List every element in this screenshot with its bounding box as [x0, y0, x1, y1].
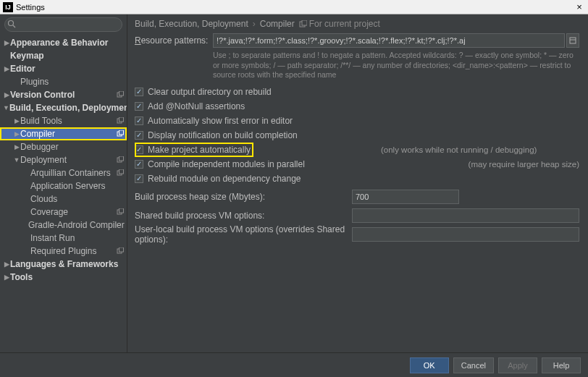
arrow-blank: ▶ [23, 169, 30, 177]
tree-item-label: Clouds [30, 194, 124, 204]
window-title: Settings [16, 3, 574, 12]
svg-rect-17 [119, 247, 124, 252]
chevron-right-icon: ▶ [3, 39, 10, 46]
tree-item-label: Required Plugins [30, 246, 114, 256]
tree-item-plugins[interactable]: ▶Plugins [0, 75, 127, 88]
chevron-right-icon: ▶ [13, 117, 20, 124]
clear-output-label: Clear output directory on rebuild [148, 87, 272, 97]
tree-item-label: Plugins [20, 77, 124, 87]
heap-size-input[interactable] [352, 190, 459, 204]
search-input[interactable] [4, 17, 122, 32]
svg-rect-19 [302, 20, 307, 25]
help-button[interactable]: Help [542, 357, 581, 373]
dialog-footer: OK Cancel Apply Help [0, 352, 588, 377]
tree-item-debugger[interactable]: ▶Debugger [0, 140, 127, 153]
svg-rect-5 [119, 117, 124, 122]
tree-item-coverage[interactable]: ▶Coverage [0, 206, 127, 219]
shared-vm-input[interactable] [352, 208, 579, 223]
display-notification-checkbox[interactable]: ✓ Display notification on build completi… [135, 128, 579, 143]
svg-rect-7 [119, 130, 124, 135]
user-vm-input[interactable] [352, 227, 579, 242]
chevron-down-icon: ▼ [13, 156, 20, 164]
resource-patterns-input[interactable] [213, 33, 565, 48]
arrow-blank: ▶ [23, 208, 30, 216]
tree-item-deployment[interactable]: ▼Deployment [0, 153, 127, 166]
breadcrumb-current: Compiler [260, 19, 295, 29]
tree-item-label: Version Control [10, 90, 114, 100]
checkbox-icon: ✓ [135, 117, 143, 125]
checkbox-icon: ✓ [135, 160, 143, 169]
tree-item-label: Build, Execution, Deployment [9, 103, 127, 113]
checkbox-icon: ✓ [135, 145, 143, 154]
svg-rect-11 [119, 169, 124, 174]
arrow-blank: ▶ [13, 78, 20, 85]
tree-item-label: Keymap [10, 51, 124, 61]
show-first-error-checkbox[interactable]: ✓ Automatically show first error in edit… [135, 114, 579, 128]
checkbox-icon: ✓ [135, 88, 143, 96]
tree-item-label: Languages & Frameworks [10, 259, 124, 269]
tree-item-arquillian-containers[interactable]: ▶Arquillian Containers [0, 166, 127, 179]
chevron-down-icon: ▼ [3, 104, 9, 111]
add-notnull-checkbox[interactable]: ✓ Add @NotNull assertions [135, 99, 579, 114]
search-icon [7, 20, 16, 28]
project-scope-icon [117, 208, 124, 216]
tree-item-label: Deployment [20, 155, 114, 165]
content: Resource patterns: Use ; to separate pat… [135, 33, 579, 348]
expand-button[interactable] [566, 33, 579, 48]
chevron-right-icon: ▶ [3, 274, 10, 281]
resource-patterns-hint: Use ; to separate patterns and ! to nega… [213, 51, 579, 80]
rebuild-on-dep-label: Rebuild module on dependency change [148, 174, 301, 184]
breadcrumb-parent: Build, Execution, Deployment [135, 19, 248, 29]
add-notnull-label: Add @NotNull assertions [148, 101, 245, 111]
breadcrumb: Build, Execution, Deployment › Compiler … [135, 19, 579, 29]
tree-item-appearance-behavior[interactable]: ▶Appearance & Behavior [0, 36, 127, 49]
compile-parallel-checkbox[interactable]: ✓ Compile independent modules in paralle… [135, 157, 579, 171]
tree-item-build-execution-deployment[interactable]: ▼Build, Execution, Deployment [0, 101, 127, 114]
tree-item-label: Gradle-Android Compiler [28, 220, 125, 230]
chevron-right-icon: ▶ [3, 91, 10, 98]
cancel-button[interactable]: Cancel [453, 357, 494, 373]
svg-rect-3 [119, 91, 124, 96]
tree-item-tools[interactable]: ▶Tools [0, 271, 127, 284]
tree-item-editor[interactable]: ▶Editor [0, 62, 127, 75]
chevron-right-icon: ▶ [13, 143, 20, 151]
svg-rect-20 [570, 38, 576, 43]
arrow-blank: ▶ [23, 221, 28, 229]
arrow-blank: ▶ [23, 247, 30, 255]
settings-tree: ▶Appearance & Behavior▶Keymap▶Editor▶Plu… [0, 35, 127, 352]
close-icon[interactable]: × [574, 1, 585, 12]
tree-item-build-tools[interactable]: ▶Build Tools [0, 114, 127, 127]
svg-line-1 [13, 25, 15, 27]
project-scope-icon [117, 169, 124, 177]
tree-item-application-servers[interactable]: ▶Application Servers [0, 179, 127, 192]
tree-item-keymap[interactable]: ▶Keymap [0, 49, 127, 62]
chevron-right-icon: ▶ [13, 130, 20, 137]
tree-item-label: Application Servers [30, 181, 124, 191]
ok-button[interactable]: OK [410, 357, 449, 373]
tree-item-label: Compiler [20, 129, 114, 139]
tree-item-languages-frameworks[interactable]: ▶Languages & Frameworks [0, 258, 127, 271]
compile-parallel-label: Compile independent modules in parallel [148, 159, 305, 169]
make-project-automatically-label: Make project automatically [148, 145, 251, 155]
tree-item-label: Debugger [20, 142, 124, 152]
tree-item-label: Build Tools [20, 116, 114, 126]
user-vm-label: User-local build process VM options (ove… [135, 224, 352, 245]
tree-item-label: Appearance & Behavior [10, 38, 124, 48]
apply-button[interactable]: Apply [498, 357, 537, 373]
tree-item-compiler[interactable]: ▶Compiler [0, 127, 127, 140]
tree-item-label: Coverage [30, 207, 114, 217]
project-scope-icon [117, 91, 124, 98]
tree-item-instant-run[interactable]: ▶Instant Run [0, 232, 127, 245]
project-scope-icon [117, 130, 124, 137]
tree-item-required-plugins[interactable]: ▶Required Plugins [0, 245, 127, 258]
tree-item-gradle-android-compiler[interactable]: ▶Gradle-Android Compiler [0, 219, 127, 232]
rebuild-on-dep-checkbox[interactable]: ✓ Rebuild module on dependency change [135, 171, 579, 186]
expand-icon [569, 37, 576, 44]
tree-item-label: Arquillian Containers [30, 168, 114, 178]
tree-item-version-control[interactable]: ▶Version Control [0, 88, 127, 101]
clear-output-checkbox[interactable]: ✓ Clear output directory on rebuild [135, 85, 579, 99]
arrow-blank: ▶ [23, 182, 30, 190]
svg-point-0 [9, 21, 14, 26]
tree-item-label: Tools [10, 272, 124, 282]
tree-item-clouds[interactable]: ▶Clouds [0, 192, 127, 206]
